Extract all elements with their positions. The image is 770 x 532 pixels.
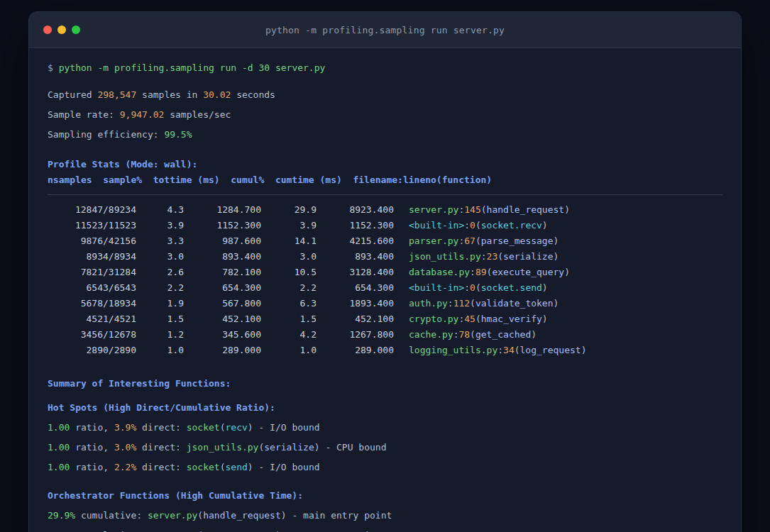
text-segment: ( bbox=[475, 220, 481, 231]
summary-line: 1.00 ratio, 2.2% direct: socket(send) - … bbox=[48, 460, 722, 475]
text-segment: parser.py bbox=[409, 235, 458, 246]
text-segment: - I/O bound bbox=[253, 462, 320, 472]
summary-line: 1.00 ratio, 3.0% direct: json_utils.py(s… bbox=[48, 440, 722, 455]
text-segment: socket.send bbox=[481, 282, 542, 293]
table-cell: 3128.400 bbox=[317, 265, 394, 280]
profile-stats-heading: Profile Stats (Mode: wall): bbox=[48, 157, 722, 172]
table-cell: 452.100 bbox=[184, 311, 261, 327]
table-cell: 4215.600 bbox=[317, 233, 394, 249]
text-segment: parse_message bbox=[481, 235, 554, 246]
text-segment: 112 bbox=[453, 298, 470, 309]
profile-table: 12847/892344.31284.70029.98923.400server… bbox=[48, 202, 722, 358]
profile-table-row: 3456/126781.2345.6004.21267.800cache.py:… bbox=[48, 327, 722, 343]
text-segment: ) bbox=[564, 204, 570, 215]
efficiency-line: Sampling efficiency: 99.5% bbox=[48, 127, 722, 143]
command-line: $ python -m profiling.sampling run -d 30… bbox=[48, 60, 722, 76]
text-segment: validate_token bbox=[475, 298, 554, 309]
table-cell: 1893.400 bbox=[317, 296, 394, 311]
summary-section: Hot Spots (High Direct/Cumulative Ratio)… bbox=[48, 400, 722, 475]
function-location: <built-in>:0(socket.recv) bbox=[409, 218, 548, 233]
function-location: parser.py:67(parse_message) bbox=[409, 233, 559, 249]
text-segment: 2.2% bbox=[114, 462, 136, 472]
text-segment: : bbox=[497, 345, 503, 355]
text-segment: get_cached bbox=[475, 329, 531, 340]
table-cell: 345.600 bbox=[184, 327, 261, 343]
table-cell: 1.5 bbox=[136, 311, 184, 327]
zoom-button[interactable] bbox=[72, 26, 80, 34]
text-segment: crypto.py bbox=[409, 314, 458, 324]
text-segment: ratio, bbox=[70, 422, 114, 433]
table-cell: 1.9 bbox=[136, 296, 184, 311]
text-segment: ) bbox=[248, 462, 253, 472]
table-cell: 289.000 bbox=[317, 343, 394, 358]
profile-columns-header: nsamples sample% tottime (ms) cumul% cum… bbox=[48, 172, 722, 188]
prompt-space bbox=[53, 62, 59, 73]
table-cell: 1.2 bbox=[136, 327, 184, 343]
table-cell: 4521/4521 bbox=[48, 311, 136, 327]
table-cell: 6543/6543 bbox=[48, 280, 136, 296]
profile-table-row: 11523/115233.91152.3003.91152.300<built-… bbox=[48, 218, 722, 233]
table-cell: 452.100 bbox=[317, 311, 394, 327]
table-cell: 12847/89234 bbox=[48, 202, 136, 218]
table-cell: 3.0 bbox=[261, 249, 317, 265]
shell-prompt: $ bbox=[48, 62, 53, 73]
text-segment: ) bbox=[314, 442, 320, 453]
text-segment: auth.py bbox=[409, 298, 448, 309]
text-segment: 23 bbox=[487, 251, 498, 262]
text-segment: <built-in> bbox=[409, 282, 464, 293]
window-title: python -m profiling.sampling run server.… bbox=[29, 25, 741, 35]
text-segment: 1.00 bbox=[48, 422, 70, 433]
text-segment: socket.recv bbox=[481, 220, 542, 231]
text-segment: 30.02 bbox=[203, 89, 231, 100]
table-cell: 1.5 bbox=[261, 311, 317, 327]
text-segment: socket bbox=[187, 462, 220, 472]
text-segment: 67 bbox=[464, 235, 475, 246]
text-segment: server.py bbox=[409, 204, 458, 215]
capture-stats-block: Captured 298,547 samples in 30.02 second… bbox=[48, 87, 722, 143]
function-location: <built-in>:0(socket.send) bbox=[409, 280, 548, 296]
minimize-button[interactable] bbox=[57, 26, 66, 34]
text-segment: json_utils.py bbox=[409, 251, 481, 262]
text-segment: ( bbox=[475, 282, 481, 293]
summary-line: 29.9% cumulative: server.py(handle_reque… bbox=[48, 508, 722, 523]
text-segment: : bbox=[464, 282, 470, 293]
text-segment: 298,547 bbox=[97, 89, 136, 100]
text-segment: : bbox=[464, 220, 470, 231]
text-segment: json_utils.py bbox=[187, 442, 259, 453]
summary-line: 14.1% cumulative: parser.py(parse_messag… bbox=[48, 528, 722, 532]
text-segment: ) bbox=[542, 314, 548, 324]
function-location: auth.py:112(validate_token) bbox=[409, 296, 559, 311]
text-segment: ( bbox=[470, 329, 475, 340]
text-segment: 9,947.02 bbox=[120, 109, 165, 120]
table-cell: 1267.800 bbox=[317, 327, 394, 343]
text-segment: ( bbox=[481, 204, 487, 215]
text-segment: ( bbox=[220, 462, 226, 472]
table-cell: 14.1 bbox=[261, 233, 317, 249]
table-cell: 1.0 bbox=[136, 343, 184, 358]
terminal-window: python -m profiling.sampling run server.… bbox=[28, 11, 742, 532]
table-cell: 3.0 bbox=[136, 249, 184, 265]
function-location: logging_utils.py:34(log_request) bbox=[409, 343, 586, 358]
table-cell: 5678/18934 bbox=[48, 296, 136, 311]
summary-sections: Hot Spots (High Direct/Cumulative Ratio)… bbox=[48, 400, 722, 532]
text-segment: ratio, bbox=[70, 462, 114, 472]
text-segment: 89 bbox=[475, 267, 487, 277]
text-segment: <built-in> bbox=[409, 220, 464, 231]
close-button[interactable] bbox=[43, 26, 52, 34]
text-segment: cumulative: bbox=[75, 510, 148, 521]
text-segment: ) bbox=[564, 267, 570, 277]
table-cell: 2.2 bbox=[261, 280, 317, 296]
text-segment: recv bbox=[226, 422, 248, 433]
summary-line: 1.00 ratio, 3.9% direct: socket(recv) - … bbox=[48, 420, 722, 436]
text-segment: ( bbox=[475, 235, 481, 246]
text-segment: 3.9% bbox=[114, 422, 136, 433]
table-cell: 1.0 bbox=[261, 343, 317, 358]
text-segment: 78 bbox=[458, 329, 470, 340]
text-segment: ) bbox=[554, 298, 559, 309]
command-text: python -m profiling.sampling run -d 30 s… bbox=[59, 62, 326, 73]
profile-table-row: 2890/28901.0289.0001.0289.000logging_uti… bbox=[48, 343, 722, 358]
text-segment: serialize bbox=[503, 251, 553, 262]
table-cell: 654.300 bbox=[317, 280, 394, 296]
text-segment: database.py bbox=[409, 267, 470, 277]
text-segment: - I/O bound bbox=[253, 422, 320, 433]
